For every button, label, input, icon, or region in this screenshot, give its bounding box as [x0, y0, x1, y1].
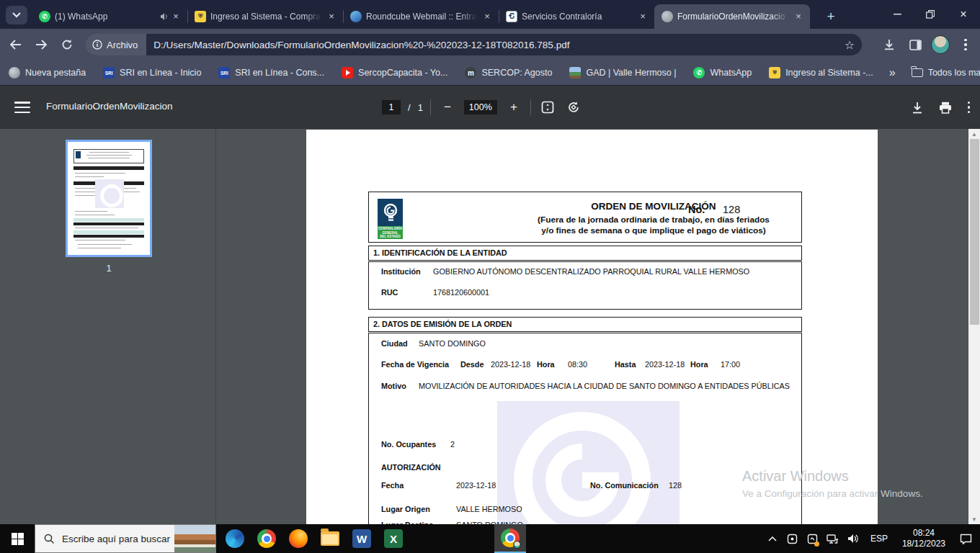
thumbnail-watermark	[95, 179, 124, 208]
youtube-icon	[342, 67, 353, 78]
taskbar-word-button[interactable]: W	[346, 524, 378, 553]
whatsapp-icon: ✆	[693, 67, 705, 78]
bookmark-sercopcapacita[interactable]: SercopCapacita - Yo...	[333, 67, 456, 78]
forward-button[interactable]	[30, 34, 52, 55]
bookmark-star-icon[interactable]: ☆	[845, 38, 855, 52]
taskbar-search-input[interactable]: Escribe aquí para buscar	[35, 524, 216, 553]
search-icon	[44, 534, 55, 544]
bookmark-gad-valle-hermoso[interactable]: GAD | Valle Hermoso |	[561, 67, 685, 78]
all-bookmarks-button[interactable]: Todos los marcadores	[903, 68, 980, 78]
zoom-in-button[interactable]: +	[504, 98, 523, 117]
pdf-download-icon[interactable]	[912, 102, 923, 114]
bookmarks-overflow-button[interactable]: »	[882, 66, 903, 79]
profile-avatar[interactable]	[931, 35, 950, 54]
reload-button[interactable]	[56, 34, 78, 55]
tab-close-button[interactable]: ×	[637, 11, 649, 22]
taskbar-excel-button[interactable]: X	[378, 524, 409, 553]
bookmark-sri-inicio[interactable]: SRISRI en Línea - Inicio	[94, 67, 210, 78]
side-panel-icon[interactable]	[905, 35, 925, 55]
bookmark-sri-consultas[interactable]: SRISRI en Línea - Cons...	[210, 67, 333, 78]
toolbar-actions	[879, 34, 976, 55]
ecuador-coat-icon: ⛨	[769, 67, 780, 78]
downloads-icon[interactable]	[879, 35, 899, 55]
close-button[interactable]: ×	[947, 0, 980, 29]
volume-icon[interactable]	[845, 524, 862, 553]
notification-center-button[interactable]	[951, 524, 980, 553]
word-icon: W	[352, 529, 371, 548]
excel-icon: X	[384, 529, 403, 548]
thumbnail-panel: 1	[0, 129, 216, 524]
taskbar-explorer-button[interactable]	[314, 524, 346, 553]
ciudad-label: Ciudad	[381, 339, 408, 348]
ruc-label: RUC	[381, 288, 398, 297]
edge-icon	[226, 529, 244, 548]
pdf-print-icon[interactable]	[939, 102, 952, 114]
tab-close-button[interactable]: ×	[326, 11, 337, 22]
m-icon: m	[465, 67, 476, 78]
tab-close-button[interactable]: ×	[170, 11, 182, 22]
taskbar-chrome-button[interactable]	[251, 524, 282, 553]
tab-strip: ✆ (1) WhatsApp × ⛨ Ingreso al Sistema - …	[0, 0, 980, 29]
browser-menu-icon[interactable]	[956, 35, 976, 55]
tray-expand-chevron[interactable]	[764, 524, 781, 553]
tab-roundcube[interactable]: Roundcube Webmail :: Entra ×	[343, 4, 499, 29]
bookmark-whatsapp[interactable]: ✆WhatsApp	[685, 67, 760, 78]
zoom-level-input[interactable]: 100%	[464, 100, 497, 114]
zoom-out-button[interactable]: −	[438, 98, 457, 117]
tab-whatsapp[interactable]: ✆ (1) WhatsApp ×	[32, 4, 187, 29]
hora1-label: Hora	[537, 360, 555, 369]
tray-sync-alert-icon[interactable]	[804, 524, 821, 553]
bookmark-nueva-pestana[interactable]: Nueva pestaña	[0, 67, 94, 78]
rotate-icon[interactable]	[564, 98, 583, 117]
back-button[interactable]	[4, 34, 26, 55]
bookmark-sercop-agosto[interactable]: mSERCOP: Agosto	[456, 67, 561, 78]
taskbar-clock[interactable]: 08:24 18/12/2023	[896, 528, 951, 549]
new-tab-button[interactable]: +	[821, 7, 840, 26]
restore-button[interactable]	[914, 0, 947, 29]
pdf-menu-icon[interactable]	[14, 102, 30, 113]
tab-close-button[interactable]: ×	[481, 11, 493, 22]
pdf-document-title: FormularioOrdenMovilizacion	[46, 101, 173, 112]
taskbar-edge-button[interactable]	[219, 524, 251, 553]
tab-search-button[interactable]	[6, 6, 27, 24]
search-highlight-image[interactable]	[174, 525, 215, 552]
vertical-scrollbar[interactable]: ▲ ▼	[968, 129, 980, 524]
scroll-up-arrow[interactable]: ▲	[968, 129, 980, 139]
fit-page-icon[interactable]	[538, 98, 557, 117]
scroll-down-arrow[interactable]: ▼	[968, 514, 980, 524]
page-number-input[interactable]: 1	[382, 100, 401, 114]
hasta-label: Hasta	[615, 360, 636, 369]
firefox-icon	[289, 529, 308, 548]
bookmark-label: GAD | Valle Hermoso |	[586, 68, 676, 78]
minimize-button[interactable]	[881, 0, 914, 29]
taskbar-apps: W X	[219, 524, 526, 553]
section2-title: 2. DATOS DE EMISIÓN DE LA ORDEN	[373, 320, 512, 328]
tab-ingreso-sistema[interactable]: ⛨ Ingreso al Sistema - Compra ×	[187, 4, 343, 29]
pdf-more-icon[interactable]	[968, 102, 971, 114]
pdf-toolbar-actions	[912, 86, 971, 129]
start-button[interactable]	[0, 524, 35, 553]
window-controls: ×	[881, 0, 980, 29]
file-scheme-chip[interactable]: Archivo	[85, 34, 146, 55]
language-indicator[interactable]: ESP	[865, 534, 894, 544]
tab-servicios-contraloria[interactable]: Ꞓ Servicios Contraloría ×	[499, 4, 654, 29]
address-bar[interactable]: Archivo D:/Users/Master/Downloads/Formul…	[85, 34, 862, 55]
tab-formulario-pdf-active[interactable]: FormularioOrdenMovilizacio ×	[654, 4, 810, 29]
tray-app-icon[interactable]	[784, 524, 801, 553]
tab-title: FormularioOrdenMovilizacio	[677, 12, 788, 22]
bookmark-ingreso-sistema[interactable]: ⛨Ingreso al Sistema -...	[760, 67, 882, 78]
hora2-value: 17:00	[721, 360, 740, 369]
network-icon[interactable]	[824, 524, 842, 553]
origen-value: VALLE HERMOSO	[456, 505, 522, 513]
taskbar-chrome-active-button[interactable]	[494, 524, 526, 553]
tab-audio-icon[interactable]	[160, 12, 169, 21]
url-text[interactable]: D:/Users/Master/Downloads/FormularioOrde…	[153, 40, 844, 50]
chrome-icon	[257, 529, 276, 548]
page-thumbnail[interactable]	[66, 140, 152, 257]
tab-title: Roundcube Webmail :: Entra	[366, 12, 477, 22]
hora1-value: 08:30	[568, 360, 587, 369]
hora2-label: Hora	[690, 360, 708, 369]
tab-close-button[interactable]: ×	[793, 11, 804, 22]
taskbar-firefox-button[interactable]	[282, 524, 314, 553]
scrollbar-thumb[interactable]	[970, 139, 979, 325]
